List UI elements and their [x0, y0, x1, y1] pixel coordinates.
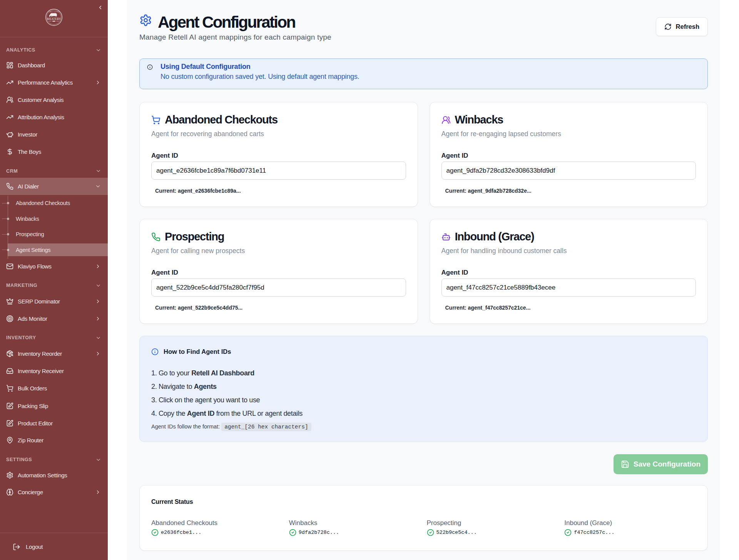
svg-text:FAMILY OWNED: FAMILY OWNED: [48, 11, 60, 13]
svg-text:MEATERY: MEATERY: [47, 17, 61, 21]
